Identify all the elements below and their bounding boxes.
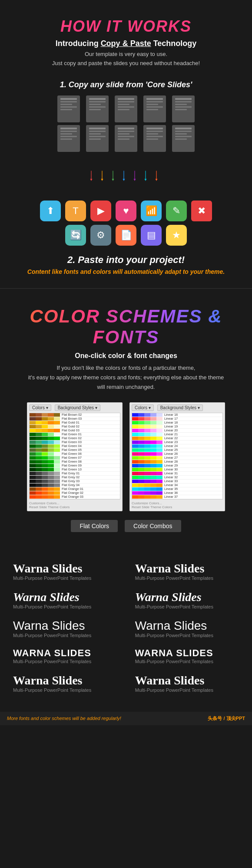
font-tagline-2a: Multi-Purpose PowerPoint Templates xyxy=(13,604,117,609)
font-sample-3b: Warna Slides Multi-Purpose PowerPoint Te… xyxy=(135,620,239,638)
font-tagline-2b: Multi-Purpose PowerPoint Templates xyxy=(135,604,239,609)
font-name-4b: WARNA SLIDES xyxy=(135,648,239,658)
font-sample-1b: Warna Slides Multi-Purpose PowerPoint Te… xyxy=(135,562,239,581)
combos-bg-styles-btn[interactable]: Background Styles ▾ xyxy=(157,404,203,411)
flat-colors-panel-wrapper: Colors ▾ Background Styles ▾ Flat Brown … xyxy=(27,402,123,511)
app-icon-refresh: 🔄 xyxy=(65,225,86,246)
font-name-1b: Warna Slides xyxy=(135,562,239,575)
app-icon-gear: ⚙ xyxy=(90,225,111,246)
slide-icon xyxy=(143,95,166,122)
font-tagline-5a: Multi-Purpose PowerPoint Templates xyxy=(13,687,117,693)
font-tagline-5b: Multi-Purpose PowerPoint Templates xyxy=(135,687,239,693)
slide-icon xyxy=(57,125,80,152)
svg-marker-13 xyxy=(156,179,158,181)
color-fonts-subtitle: One-click color & font changes xyxy=(13,352,239,360)
slide-icon xyxy=(86,125,109,152)
font-sample-3a: Warna Slides Multi-Purpose PowerPoint Te… xyxy=(13,620,117,638)
slide-icon xyxy=(57,95,80,122)
font-tagline-4b: Multi-Purpose PowerPoint Templates xyxy=(135,659,239,664)
font-sample-4a: WARNA SLIDES Multi-Purpose PowerPoint Te… xyxy=(13,648,117,664)
font-row-5: Warna Slides Multi-Purpose PowerPoint Te… xyxy=(13,674,239,693)
font-tagline-4a: Multi-Purpose PowerPoint Templates xyxy=(13,659,117,664)
combos-list-item[interactable]: Linear 37 xyxy=(132,495,222,499)
how-it-works-desc1: Our template is very easy to use. xyxy=(13,50,239,59)
font-sample-5a: Warna Slides Multi-Purpose PowerPoint Te… xyxy=(13,674,117,693)
app-icon-star: ★ xyxy=(166,225,187,246)
slide-icon xyxy=(143,125,166,152)
font-name-2a: Warna Slides xyxy=(13,591,117,603)
font-name-5b: Warna Slides xyxy=(135,674,239,687)
flat-bg-styles-btn[interactable]: Background Styles ▾ xyxy=(55,404,100,411)
font-name-4a: WARNA SLIDES xyxy=(13,648,117,658)
color-list-item[interactable]: Flat Orange 03 xyxy=(30,495,120,499)
app-icon-wifi: 📶 xyxy=(141,201,162,221)
app-icons-row-2: 🔄 ⚙ 📄 ▤ ★ xyxy=(65,225,187,246)
font-tagline-1b: Multi-Purpose PowerPoint Templates xyxy=(135,575,239,581)
font-row-2: Warna Slides Multi-Purpose PowerPoint Te… xyxy=(13,591,239,609)
step1-label: 1. Copy any slide from 'Core Slides' xyxy=(13,80,239,89)
panel-labels-row: Flat Colors Color Combos xyxy=(13,518,239,532)
app-icons-row-1: ⬆ T ▶ ♥ 📶 ✎ ✖ xyxy=(40,201,212,221)
font-tagline-3a: Multi-Purpose PowerPoint Templates xyxy=(13,633,117,638)
slides-row-1 xyxy=(57,95,195,122)
app-icon-close: ✖ xyxy=(191,201,212,221)
svg-marker-9 xyxy=(134,179,136,181)
combos-panel-footer: Customize Colors... Reset Slide Theme Co… xyxy=(132,501,223,509)
slide-icon xyxy=(172,95,195,122)
watermark-bar: More fonts and color schemes will be add… xyxy=(0,712,252,725)
watermark-right: 头条号 / 顶尖PPT xyxy=(208,715,245,722)
app-icon-pen: ✎ xyxy=(166,201,187,221)
font-sample-1a: Warna Slides Multi-Purpose PowerPoint Te… xyxy=(13,562,117,581)
combos-panel-toolbar: Colors ▾ Background Styles ▾ xyxy=(132,404,223,411)
font-samples-section: Warna Slides Multi-Purpose PowerPoint Te… xyxy=(0,558,252,712)
app-icon-doc: 📄 xyxy=(116,225,136,246)
app-icon-table: ▤ xyxy=(141,225,162,246)
color-combos-label: Color Combos xyxy=(125,520,181,532)
svg-marker-5 xyxy=(112,179,114,181)
combos-color-list: Linear 16Linear 17Linear 18Linear 19Line… xyxy=(132,413,223,500)
svg-marker-3 xyxy=(101,179,103,181)
flat-panel-footer: Customize Colors... Reset Slide Theme Co… xyxy=(29,501,120,509)
flat-colors-panel: Colors ▾ Background Styles ▾ Flat Brown … xyxy=(27,402,123,511)
slide-icon xyxy=(115,95,137,122)
color-panels-row: Colors ▾ Background Styles ▾ Flat Brown … xyxy=(13,402,239,511)
app-icon-text: T xyxy=(65,201,86,221)
font-tagline-3b: Multi-Purpose PowerPoint Templates xyxy=(135,633,239,638)
color-fonts-section: COLOR SCHEMES & FONTS One-click color & … xyxy=(0,288,252,558)
color-fonts-desc1: If you don't like the colors or fonts of… xyxy=(13,363,239,373)
slide-icon xyxy=(86,95,109,122)
step2-label: 2. Paste into your project! xyxy=(13,254,239,266)
font-sample-2a: Warna Slides Multi-Purpose PowerPoint Te… xyxy=(13,591,117,609)
color-combos-panel-wrapper: Colors ▾ Background Styles ▾ Linear 16Li… xyxy=(129,402,225,511)
font-sample-5b: Warna Slides Multi-Purpose PowerPoint Te… xyxy=(135,674,239,693)
flat-panel-toolbar: Colors ▾ Background Styles ▾ xyxy=(29,404,120,411)
app-icons-grid: ⬆ T ▶ ♥ 📶 ✎ ✖ 🔄 ⚙ 📄 ▤ ★ xyxy=(13,201,239,246)
color-fonts-title: COLOR SCHEMES & FONTS xyxy=(13,306,239,348)
font-row-4: WARNA SLIDES Multi-Purpose PowerPoint Te… xyxy=(13,648,239,664)
slides-row-2 xyxy=(57,125,195,152)
slide-icon xyxy=(115,125,137,152)
color-combos-panel: Colors ▾ Background Styles ▾ Linear 16Li… xyxy=(129,402,225,511)
font-tagline-1a: Multi-Purpose PowerPoint Templates xyxy=(13,575,117,581)
app-icon-play: ▶ xyxy=(90,201,111,221)
app-icon-upload: ⬆ xyxy=(40,201,61,221)
color-fonts-desc2: it's easy to apply new theme colors and … xyxy=(13,373,239,382)
font-row-3: Warna Slides Multi-Purpose PowerPoint Te… xyxy=(13,620,239,638)
font-name-3a: Warna Slides xyxy=(13,620,117,632)
arrows-section xyxy=(13,159,239,194)
slides-grid xyxy=(13,95,239,152)
font-name-1a: Warna Slides xyxy=(13,562,117,575)
flat-colors-btn[interactable]: Colors ▾ xyxy=(29,404,51,411)
how-it-works-title: HOW IT WORKS xyxy=(13,17,239,36)
combos-colors-btn[interactable]: Colors ▾ xyxy=(132,404,154,411)
font-name-2b: Warna Slides xyxy=(135,591,239,603)
arrows-svg xyxy=(83,163,169,189)
watermark-left: More fonts and color schemes will be add… xyxy=(7,716,121,721)
flat-colors-label: Flat Colors xyxy=(71,520,118,532)
font-sample-2b: Warna Slides Multi-Purpose PowerPoint Te… xyxy=(135,591,239,609)
font-row-1: Warna Slides Multi-Purpose PowerPoint Te… xyxy=(13,562,239,581)
flat-color-list: Flat Brown 02Flat Brown 03Flat Gold 01Fl… xyxy=(29,413,120,500)
how-it-works-subtitle: Introducing Copy & Paste Technology xyxy=(13,39,239,48)
color-fonts-desc3: will remain unchanged. xyxy=(13,382,239,392)
adapt-text: Content like fonts and colors will autom… xyxy=(13,268,239,275)
